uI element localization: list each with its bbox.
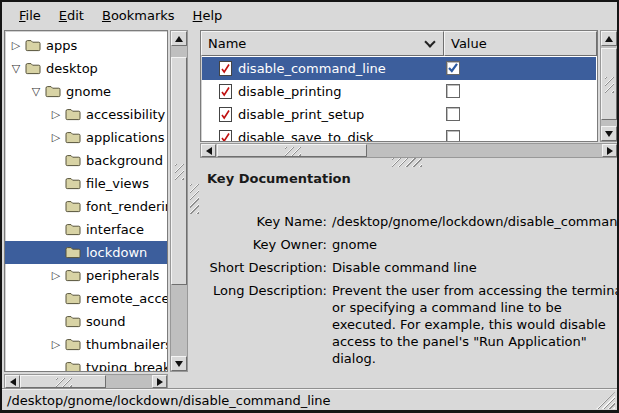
folder-icon bbox=[65, 223, 81, 236]
horizontal-pane-splitter[interactable] bbox=[392, 158, 422, 167]
menu-file[interactable]: File bbox=[10, 5, 50, 26]
tree-item-label: interface bbox=[86, 222, 144, 237]
left-arrow-icon bbox=[10, 378, 16, 386]
folder-icon bbox=[65, 269, 81, 282]
doc-field-label: Key Owner: bbox=[200, 236, 327, 253]
key-icon bbox=[219, 61, 232, 76]
scroll-left-button[interactable] bbox=[201, 144, 216, 157]
tree-item-lockdown[interactable]: lockdown bbox=[5, 241, 167, 264]
tree-item-interface[interactable]: interface bbox=[5, 218, 167, 241]
up-arrow-icon bbox=[605, 36, 613, 42]
folder-icon bbox=[45, 85, 61, 98]
sort-descending-icon bbox=[424, 36, 435, 47]
tree-horizontal-scrollbar[interactable] bbox=[4, 374, 168, 389]
list-row-disable_printing[interactable]: disable_printing bbox=[202, 80, 596, 103]
expander-expanded-icon[interactable]: ▽ bbox=[7, 57, 25, 80]
tree-item-file_views[interactable]: file_views bbox=[5, 172, 167, 195]
tree-item-label: background bbox=[86, 153, 163, 168]
tree-item-font_rendering[interactable]: font_rendering bbox=[5, 195, 167, 218]
vertical-pane-splitter[interactable] bbox=[190, 184, 199, 214]
tree-item-label: remote_access bbox=[86, 291, 168, 306]
scroll-right-button[interactable] bbox=[602, 144, 617, 157]
tree-item-label: typing_break bbox=[86, 360, 168, 372]
tree-item-label: file_views bbox=[86, 176, 149, 191]
tree-item-sound[interactable]: sound bbox=[5, 310, 167, 333]
right-arrow-icon bbox=[607, 147, 613, 155]
tree-item-peripherals[interactable]: ▷peripherals bbox=[5, 264, 167, 287]
scroll-right-button[interactable] bbox=[152, 375, 167, 388]
list-horizontal-scrollbar[interactable] bbox=[200, 143, 618, 158]
value-checkbox[interactable] bbox=[446, 130, 460, 141]
expander-collapsed-icon[interactable]: ▷ bbox=[47, 126, 65, 149]
key-name-label: disable_command_line bbox=[238, 61, 386, 76]
value-checkbox[interactable] bbox=[446, 107, 460, 121]
tree-item-desktop[interactable]: ▽desktop bbox=[5, 57, 167, 80]
menubar: File Edit Bookmarks Help bbox=[2, 2, 617, 28]
down-arrow-icon bbox=[175, 361, 183, 367]
tree-item-label: thumbnailers bbox=[86, 337, 168, 352]
folder-icon bbox=[65, 246, 81, 259]
tree-item-applications[interactable]: ▷applications bbox=[5, 126, 167, 149]
checkmark-icon bbox=[447, 62, 459, 74]
scroll-up-button[interactable] bbox=[171, 31, 187, 46]
scroll-left-button[interactable] bbox=[5, 375, 20, 388]
expander-collapsed-icon[interactable]: ▷ bbox=[7, 34, 25, 57]
thumb-grip bbox=[175, 164, 184, 180]
tree-vertical-scrollbar[interactable] bbox=[170, 30, 188, 372]
folder-icon bbox=[65, 361, 81, 372]
tree-item-remote_access[interactable]: remote_access bbox=[5, 287, 167, 310]
gconf-editor-window: File Edit Bookmarks Help ▷apps▽desktop▽g… bbox=[0, 0, 619, 413]
value-checkbox[interactable] bbox=[446, 84, 460, 98]
statusbar-key-path: /desktop/gnome/lockdown/disable_command_… bbox=[7, 393, 331, 408]
tree-item-label: lockdown bbox=[86, 245, 147, 260]
expander-expanded-icon[interactable]: ▽ bbox=[27, 80, 45, 103]
folder-icon bbox=[65, 200, 81, 213]
menu-help[interactable]: Help bbox=[184, 5, 232, 26]
menu-bookmarks[interactable]: Bookmarks bbox=[93, 5, 184, 26]
down-arrow-icon bbox=[605, 131, 613, 137]
list-row-disable_print_setup[interactable]: disable_print_setup bbox=[202, 103, 596, 126]
column-header-value[interactable]: Value bbox=[444, 31, 597, 56]
tree-item-label: sound bbox=[86, 314, 125, 329]
tree-item-label: accessibility bbox=[86, 107, 165, 122]
tree-item-apps[interactable]: ▷apps bbox=[5, 34, 167, 57]
doc-field-value: Prevent the user from accessing the term… bbox=[332, 282, 619, 367]
key-name-label: disable_print_setup bbox=[238, 107, 364, 122]
scroll-down-button[interactable] bbox=[171, 356, 187, 371]
scroll-up-button[interactable] bbox=[601, 31, 617, 46]
expander-collapsed-icon[interactable]: ▷ bbox=[47, 264, 65, 287]
list-row-disable_save_to_disk[interactable]: disable_save_to_disk bbox=[202, 126, 596, 141]
scroll-thumb[interactable] bbox=[171, 57, 187, 285]
folder-icon bbox=[65, 177, 81, 190]
folder-icon bbox=[65, 108, 81, 121]
key-documentation-panel: Key Documentation Key Name:/desktop/gnom… bbox=[200, 169, 618, 387]
list-vertical-scrollbar[interactable] bbox=[600, 30, 618, 142]
key-icon bbox=[219, 84, 232, 99]
tree-item-label: gnome bbox=[66, 84, 111, 99]
key-name-label: disable_save_to_disk bbox=[238, 130, 374, 141]
folder-icon bbox=[65, 315, 81, 328]
tree-item-gnome[interactable]: ▽gnome bbox=[5, 80, 167, 103]
key-list: Name Value disable_command_linedisable_p… bbox=[200, 30, 598, 142]
expander-collapsed-icon[interactable]: ▷ bbox=[47, 103, 65, 126]
key-documentation-fields: Key Name:/desktop/gnome/lockdown/disable… bbox=[200, 213, 618, 367]
tree-item-label: applications bbox=[86, 130, 164, 145]
list-rows: disable_command_linedisable_printingdisa… bbox=[202, 57, 596, 141]
scroll-thumb[interactable] bbox=[20, 375, 106, 388]
tree-item-accessibility[interactable]: ▷accessibility bbox=[5, 103, 167, 126]
tree-item-typing_break[interactable]: typing_break bbox=[5, 356, 167, 372]
expander-collapsed-icon[interactable]: ▷ bbox=[47, 333, 65, 356]
value-checkbox[interactable] bbox=[446, 61, 460, 75]
tree-item-thumbnailers[interactable]: ▷thumbnailers bbox=[5, 333, 167, 356]
list-row-disable_command_line[interactable]: disable_command_line bbox=[202, 57, 596, 80]
key-documentation-title: Key Documentation bbox=[200, 169, 618, 186]
thumb-grip bbox=[285, 147, 301, 156]
menu-edit[interactable]: Edit bbox=[50, 5, 93, 26]
scroll-thumb[interactable] bbox=[601, 48, 617, 120]
scroll-down-button[interactable] bbox=[601, 126, 617, 141]
tree-item-background[interactable]: background bbox=[5, 149, 167, 172]
folder-icon bbox=[65, 131, 81, 144]
column-header-name[interactable]: Name bbox=[201, 31, 444, 56]
scroll-thumb[interactable] bbox=[217, 144, 367, 157]
column-value-label: Value bbox=[451, 36, 487, 51]
